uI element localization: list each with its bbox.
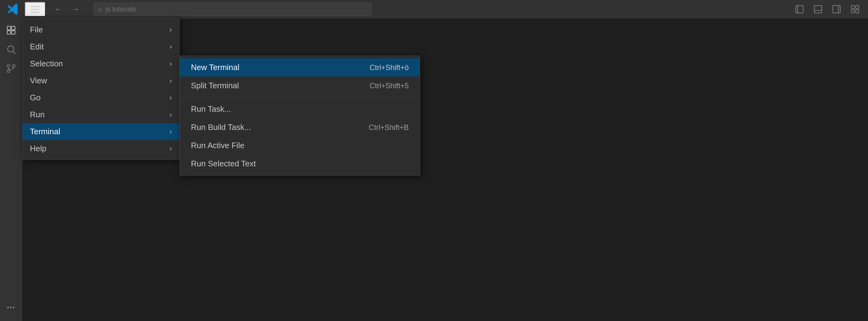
activity-bar-bottom: •••	[2, 299, 20, 321]
menu-item-edit[interactable]: Edit ›	[23, 38, 179, 55]
svg-line-15	[13, 51, 16, 54]
source-control-activity-icon[interactable]	[2, 60, 20, 77]
search-bar[interactable]: ⌕ js tutorials	[94, 3, 371, 16]
menu-item-terminal[interactable]: Terminal ›	[23, 123, 179, 140]
run-arrow-icon: ›	[169, 111, 172, 119]
extensions-activity-icon[interactable]: •••	[2, 299, 20, 316]
svg-rect-2	[814, 5, 822, 13]
selection-arrow-icon: ›	[169, 60, 172, 68]
main-layout: ••• File › Edit › Selection ›	[0, 19, 868, 321]
submenu-item-run-task[interactable]: Run Task...	[180, 100, 420, 118]
submenu-divider-1	[180, 97, 420, 97]
activity-bar: •••	[0, 19, 22, 321]
submenu-item-run-selected-text[interactable]: Run Selected Text	[180, 155, 420, 173]
vscode-logo	[6, 2, 20, 16]
svg-rect-9	[856, 10, 859, 13]
hamburger-bar-1	[31, 6, 39, 7]
svg-rect-4	[833, 5, 840, 13]
submenu-item-new-terminal[interactable]: New Terminal Ctrl+Shift+ö	[180, 58, 420, 77]
terminal-arrow-icon: ›	[169, 128, 172, 136]
submenu-item-split-terminal[interactable]: Split Terminal Ctrl+Shift+5	[180, 77, 420, 95]
menu-item-go[interactable]: Go ›	[23, 89, 179, 106]
view-arrow-icon: ›	[169, 77, 172, 85]
menu-item-run[interactable]: Run ›	[23, 106, 179, 123]
primary-menu: File › Edit › Selection › View › Go	[22, 19, 180, 160]
edit-arrow-icon: ›	[169, 43, 172, 51]
submenu-item-run-build-task[interactable]: Run Build Task... Ctrl+Shift+B	[180, 118, 420, 137]
svg-point-17	[12, 64, 15, 67]
toggle-sidebar-icon[interactable]	[793, 2, 806, 16]
titlebar: ← → ⌕ js tutorials	[0, 0, 868, 19]
file-arrow-icon: ›	[169, 26, 172, 34]
svg-point-14	[8, 46, 14, 52]
explorer-activity-icon[interactable]	[2, 22, 20, 39]
hamburger-menu-button[interactable]	[25, 2, 45, 17]
toggle-panel-icon[interactable]	[811, 2, 825, 16]
nav-arrows: ← →	[51, 3, 83, 16]
content-area: File › Edit › Selection › View › Go	[22, 19, 868, 321]
help-arrow-icon: ›	[169, 145, 172, 153]
svg-rect-8	[851, 10, 855, 13]
hamburger-bar-3	[31, 12, 39, 13]
titlebar-right	[793, 2, 862, 16]
back-button[interactable]: ←	[51, 3, 65, 16]
toggle-auxiliary-icon[interactable]	[830, 2, 843, 16]
submenu-item-run-active-file[interactable]: Run Active File	[180, 137, 420, 155]
svg-rect-10	[7, 26, 10, 30]
customize-layout-icon[interactable]	[848, 2, 862, 16]
search-icon: ⌕	[98, 5, 102, 13]
svg-rect-0	[796, 5, 803, 13]
hamburger-bar-2	[31, 9, 39, 10]
menu-item-help[interactable]: Help ›	[23, 140, 179, 157]
menu-item-view[interactable]: View ›	[23, 72, 179, 89]
menu-item-file[interactable]: File ›	[23, 21, 179, 38]
svg-point-18	[7, 70, 10, 72]
go-arrow-icon: ›	[169, 94, 172, 102]
svg-point-16	[7, 64, 10, 67]
svg-rect-11	[11, 26, 15, 30]
svg-rect-7	[856, 5, 859, 9]
svg-rect-13	[11, 31, 15, 34]
svg-rect-12	[7, 31, 10, 34]
svg-rect-6	[851, 5, 855, 9]
forward-button[interactable]: →	[68, 3, 83, 16]
search-activity-icon[interactable]	[2, 41, 20, 58]
search-input[interactable]: js tutorials	[105, 5, 367, 13]
menu-item-selection[interactable]: Selection ›	[23, 55, 179, 72]
terminal-submenu: New Terminal Ctrl+Shift+ö Split Terminal…	[180, 56, 420, 176]
